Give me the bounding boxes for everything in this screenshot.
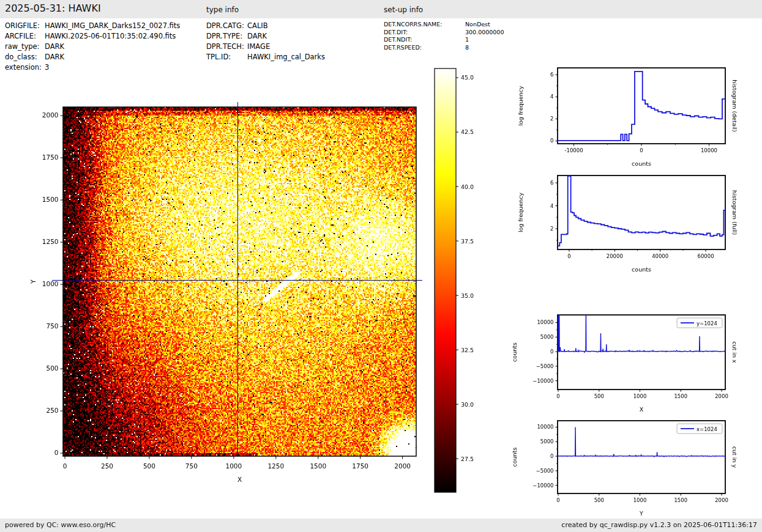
x-tick-label: 0 (567, 253, 570, 259)
y-tick-label: 10000 (537, 319, 553, 325)
x-tick-label: 500 (594, 497, 604, 503)
y-tick-label: 5000 (540, 334, 554, 340)
cut-in-y-ylabel: counts (511, 448, 518, 467)
y-tick-label: 0 (550, 453, 553, 459)
histogram-detail-ylabel: log frequency (517, 86, 524, 126)
cut-in-y-xlabel: Y (639, 510, 643, 517)
y-tick-label: −5000 (536, 363, 554, 369)
x-tick-label: 10000 (701, 147, 717, 153)
plots-overlay: 0250500750100012501500175020000250500750… (0, 0, 762, 532)
histogram-full-frame (558, 175, 725, 249)
colorbar-tick-label: 45.0 (461, 74, 474, 81)
y-tick-label: 2 (550, 116, 553, 122)
x-tick-label: 0 (63, 462, 67, 470)
y-tick-label: 1500 (42, 196, 59, 203)
cut-in-x-curve (558, 311, 725, 352)
histogram-full-xlabel: counts (632, 266, 651, 273)
colorbar-tick-label: 40.0 (461, 183, 474, 190)
x-tick-label: 1500 (310, 462, 326, 470)
y-tick-label: 10000 (537, 424, 553, 430)
main-image-frame (63, 107, 416, 456)
y-tick-label: 500 (46, 364, 58, 372)
y-tick-label: 0 (550, 138, 553, 144)
x-tick-label: 40000 (652, 253, 668, 259)
x-tick-label: 1750 (352, 462, 368, 470)
x-tick-label: 0 (556, 393, 559, 399)
y-tick-label: −10000 (532, 378, 553, 384)
x-tick-label: 500 (143, 462, 155, 470)
x-tick-label: 1500 (674, 393, 687, 399)
y-tick-label: 2 (550, 226, 553, 232)
y-tick-label: 6 (550, 72, 553, 78)
colorbar-tick-label: 32.5 (461, 347, 474, 353)
colorbar-tick-label: 35.0 (461, 292, 474, 299)
x-tick-label: 0 (640, 147, 643, 153)
x-tick-label: 1250 (267, 462, 284, 470)
colorbar-tick-label: 30.0 (461, 401, 474, 408)
x-tick-label: 1000 (633, 497, 647, 503)
x-tick-label: 250 (101, 462, 113, 470)
histogram-detail-curve (558, 72, 725, 141)
x-tick-label: 20000 (607, 253, 623, 259)
y-tick-label: −5000 (536, 468, 554, 474)
y-tick-label: 1000 (42, 280, 59, 287)
y-tick-label: 6 (550, 180, 553, 186)
y-tick-label: 0 (550, 349, 553, 355)
y-tick-label: 5000 (540, 438, 554, 445)
x-tick-label: 750 (185, 462, 198, 470)
x-tick-label: 1000 (225, 462, 242, 470)
x-tick-label: 2000 (715, 393, 728, 399)
histogram-full-right-label: histogram (full) (731, 190, 738, 235)
histogram-detail-xlabel: counts (632, 160, 651, 167)
cut-in-y-legend-label: x=1024 (697, 426, 717, 432)
footer-left-text: powered by QC: www.eso.org/HC (5, 521, 116, 529)
cut-in-x-legend-label: y=1024 (697, 320, 717, 327)
histogram-detail-frame (558, 68, 725, 144)
charts-area: 0250500750100012501500175020000250500750… (0, 0, 762, 532)
y-tick-label: 1750 (42, 153, 59, 161)
x-tick-label: 0 (556, 497, 559, 503)
footer-right-text: created by qc_rawdisp.py v1.2.3 on 2025-… (561, 521, 757, 529)
x-tick-label: 2000 (715, 497, 728, 503)
x-tick-label: 1000 (633, 393, 647, 399)
x-tick-label: 1500 (674, 497, 687, 503)
cut-in-x-right-label: cut in x (731, 341, 738, 363)
x-tick-label: 2000 (394, 462, 411, 470)
y-tick-label: 2000 (42, 111, 59, 119)
colorbar-tick-label: 37.5 (461, 238, 474, 245)
y-tick-label: 4 (550, 94, 553, 100)
x-tick-label: 500 (594, 393, 604, 399)
colorbar-tick-label: 27.5 (461, 456, 474, 462)
histogram-detail-right-label: histogram (detail) (731, 79, 738, 131)
histogram-full-ylabel: log frequency (517, 193, 524, 233)
cut-in-x-ylabel: counts (511, 342, 518, 362)
y-tick-label: 0 (54, 449, 59, 456)
cut-in-y-right-label: cut in y (731, 446, 738, 468)
colorbar-tick-label: 42.5 (461, 128, 474, 135)
cut-in-x-xlabel: X (640, 406, 644, 413)
colorbar-frame (435, 68, 456, 492)
y-tick-label: 1250 (42, 238, 59, 245)
main-image-ylabel: Y (29, 279, 37, 284)
y-tick-label: 4 (550, 203, 553, 209)
x-tick-label: -10000 (564, 147, 583, 153)
y-tick-label: 250 (46, 407, 58, 414)
x-tick-label: 60000 (698, 253, 714, 259)
y-tick-label: −10000 (532, 482, 553, 489)
main-image-xlabel: X (237, 476, 242, 483)
histogram-full-curve (558, 176, 725, 246)
y-tick-label: 750 (46, 322, 58, 330)
